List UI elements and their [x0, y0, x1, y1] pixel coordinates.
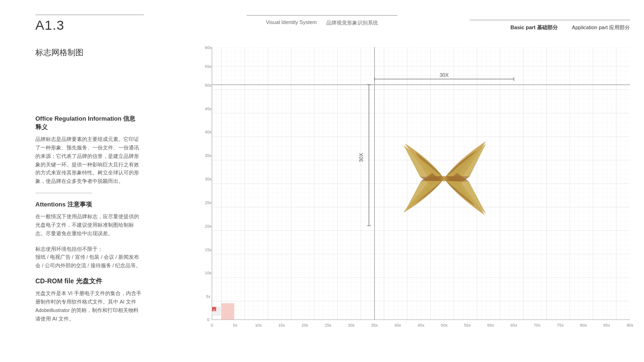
attentions-title: Attentions 注意事项 — [35, 200, 141, 209]
svg-text:30X: 30X — [440, 72, 449, 78]
header-center-line — [247, 15, 397, 16]
grid-svg: 0 5x 10x 15x 20x 25x 30x 35x 40x 45x 50x… — [198, 42, 639, 343]
header-right: Basic part 基础部分 Application part 应用部分 — [465, 7, 644, 31]
nav-application-part: Application part 应用部分 — [572, 24, 630, 31]
svg-point-51 — [441, 176, 447, 181]
header-center: Visual Identity System 品牌视觉形象识别系统 — [179, 11, 465, 26]
svg-text:70x: 70x — [534, 323, 541, 328]
svg-text:35x: 35x — [371, 323, 378, 328]
svg-text:90x: 90x — [627, 323, 634, 328]
header-right-line — [470, 20, 630, 20]
vi-system-chinese: 品牌视觉形象识别系统 — [326, 19, 378, 26]
grid-container: 0 5x 10x 15x 20x 25x 30x 35x 40x 45x 50x… — [198, 42, 639, 343]
svg-text:25x: 25x — [325, 323, 332, 328]
svg-text:5x: 5x — [233, 323, 238, 328]
svg-text:45x: 45x — [418, 323, 425, 328]
svg-text:50x: 50x — [441, 323, 448, 328]
header-top-line — [35, 15, 144, 15]
svg-text:60x: 60x — [205, 45, 212, 50]
office-regulation-body: 品牌标志是品牌要素的主要组成元素。它印证了一种形象、预先服务、一份文件、一份通讯… — [35, 135, 141, 186]
svg-text:10x: 10x — [255, 323, 262, 328]
svg-text:x: x — [214, 308, 215, 312]
cdrom-section: CD-ROM file 光盘文件 光盘文件是本 VI 手册电子文件的集合，内含手… — [35, 277, 141, 323]
vi-system-english: Visual Identity System — [266, 19, 317, 26]
page-number: A1.3 — [35, 18, 179, 33]
svg-text:55x: 55x — [205, 64, 212, 69]
svg-text:0: 0 — [207, 317, 209, 322]
svg-text:40x: 40x — [395, 323, 402, 328]
svg-text:15x: 15x — [205, 247, 212, 252]
section-title: 标志网格制图 — [35, 47, 141, 58]
office-regulation-title: Office Regulation Information 信息释义 — [35, 115, 141, 132]
svg-text:60x: 60x — [487, 323, 495, 328]
svg-text:5x: 5x — [206, 294, 211, 299]
header-right-wrapper: Basic part 基础部分 Application part 应用部分 — [470, 16, 630, 31]
svg-text:30X: 30X — [358, 153, 364, 162]
svg-text:30x: 30x — [205, 177, 212, 181]
chart-area: 0 5x 10x 15x 20x 25x 30x 35x 40x 45x 50x… — [177, 38, 644, 362]
svg-text:20x: 20x — [205, 224, 212, 229]
svg-rect-50 — [221, 303, 234, 320]
svg-text:10x: 10x — [205, 271, 212, 275]
office-regulation-section: Office Regulation Information 信息释义 品牌标志是… — [35, 115, 141, 186]
svg-text:55x: 55x — [464, 323, 471, 328]
svg-text:15x: 15x — [278, 323, 285, 328]
svg-text:75x: 75x — [557, 323, 564, 328]
nav-basic-part: Basic part 基础部分 — [511, 24, 558, 31]
attentions-body1: 在一般情况下使用品牌标志，应尽量使提供的光盘电子文件，不建议使用标准制图绘制标志… — [35, 213, 141, 238]
svg-text:20x: 20x — [301, 323, 308, 328]
svg-text:35x: 35x — [205, 153, 212, 158]
attentions-body2: 标志使用环境包括但不限于： 报纸 / 电视广告 / 宣传 / 包装 / 会议 /… — [35, 245, 141, 271]
svg-text:40x: 40x — [205, 130, 212, 134]
header: A1.3 Visual Identity System 品牌视觉形象识别系统 B… — [0, 0, 644, 38]
sidebar-divider — [35, 193, 92, 193]
svg-text:45x: 45x — [205, 107, 212, 111]
nav-labels: Basic part 基础部分 Application part 应用部分 — [511, 24, 630, 31]
svg-text:85x: 85x — [603, 323, 611, 328]
cdrom-title: CD-ROM file 光盘文件 — [35, 277, 141, 286]
attentions-section: Attentions 注意事项 在一般情况下使用品牌标志，应尽量使提供的光盘电子… — [35, 200, 141, 270]
svg-text:65x: 65x — [511, 323, 518, 328]
sidebar: 标志网格制图 Office Regulation Information 信息释… — [0, 38, 177, 362]
svg-text:30x: 30x — [348, 323, 355, 328]
header-left: A1.3 — [0, 5, 179, 33]
header-center-labels: Visual Identity System 品牌视觉形象识别系统 — [266, 19, 378, 26]
svg-text:25x: 25x — [205, 200, 212, 205]
svg-text:80x: 80x — [580, 323, 587, 328]
svg-text:0: 0 — [211, 323, 213, 328]
cdrom-body: 光盘文件是本 VI 手册电子文件的集合，内含手册制作时的专用软件格式文件。其中 … — [35, 289, 141, 323]
svg-text:50x: 50x — [205, 83, 212, 88]
